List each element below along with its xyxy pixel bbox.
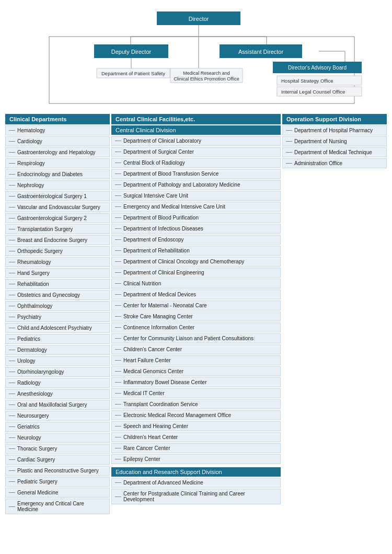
central-dept-item: Department of Clinical Laboratory	[111, 136, 281, 146]
clinical-dept-item: Pediatric Surgery	[5, 477, 110, 487]
clinical-dept-item: Otorhinolaryngology	[5, 367, 110, 377]
clinical-dept-item: Gastroenterological Surgery 1	[5, 191, 110, 201]
clinical-dept-item: Breast and Endocrine Surgery	[5, 235, 110, 245]
central-dept-item: Central Block of Radiology	[111, 158, 281, 168]
edu-item: Center for Postgraduate Clinical Trainin…	[111, 489, 281, 504]
edu-list: Department of Advanced MedicineCenter fo…	[111, 478, 281, 504]
clinical-dept-item: Ophthalmology	[5, 301, 110, 311]
clinical-dept-item: General Medicine	[5, 488, 110, 498]
central-dept-item: Heart Failure Center	[111, 355, 281, 365]
central-dept-item: Department of Infectious Diseases	[111, 224, 281, 234]
clinical-dept-item: Respirology	[5, 158, 110, 168]
clinical-dept-item: Nephrology	[5, 180, 110, 190]
svg-text:Clinical Ethics Promotion Offi: Clinical Ethics Promotion Office	[174, 76, 239, 82]
central-dept-item: Clinical Nutrition	[111, 279, 281, 288]
edu-research-header: Education and Research Support Division	[111, 467, 281, 477]
operation-item: Department of Nursing	[282, 136, 387, 146]
svg-text:Deputy Director: Deputy Director	[111, 49, 152, 55]
central-dept-item: Inflammatory Bowel Disease Center	[111, 377, 281, 387]
clinical-dept-item: Plastic and Reconstructive Surgery	[5, 466, 110, 476]
central-dept-item: Stroke Care Managing Center	[111, 311, 281, 321]
clinical-dept-item: Rheumatology	[5, 257, 110, 267]
clinical-dept-item: Emergency and Critical Care Medicine	[5, 499, 110, 514]
central-division-header: Central Clinical Division	[111, 125, 281, 135]
clinical-dept-item: Cardiology	[5, 136, 110, 146]
clinical-departments-section: Clinical Departments HematologyCardiolog…	[5, 114, 110, 515]
central-facilities-header: Central Clinical Facilities,etc.	[111, 114, 281, 124]
clinical-dept-item: Anesthesiology	[5, 389, 110, 399]
svg-text:Director's Advisory Board: Director's Advisory Board	[288, 65, 347, 71]
clinical-dept-item: Child and Adolescent Psychiatry	[5, 323, 110, 333]
central-dept-item: Department of Endoscopy	[111, 235, 281, 245]
operation-support-section: Operation Support Division Department of…	[282, 114, 387, 169]
clinical-dept-item: Hand Surgery	[5, 268, 110, 278]
central-dept-item: Medical Genomics Center	[111, 366, 281, 376]
clinical-dept-item: Radiology	[5, 378, 110, 388]
clinical-dept-item: Endocrinology and Diabetes	[5, 169, 110, 179]
svg-text:Director: Director	[189, 16, 209, 22]
central-dept-item: Emergency and Medical Intensive Care Uni…	[111, 202, 281, 212]
clinical-dept-item: Neurology	[5, 433, 110, 443]
clinical-dept-item: Psychiatry	[5, 312, 110, 322]
operation-list: Department of Hospital PharmacyDepartmen…	[282, 125, 387, 168]
central-dept-item: Children's Heart Center	[111, 432, 281, 442]
operation-item: Department of Medical Technique	[282, 147, 387, 157]
svg-text:Medical Research and: Medical Research and	[183, 71, 230, 76]
svg-text:Hospital Strategy Office: Hospital Strategy Office	[281, 78, 333, 84]
clinical-dept-item: Rehabilitation	[5, 279, 110, 289]
operation-support-header: Operation Support Division	[282, 114, 387, 124]
svg-text:Internal Legal Counsel Office: Internal Legal Counsel Office	[281, 89, 345, 95]
central-dept-item: Department of Medical Devices	[111, 290, 281, 299]
central-dept-item: Center for Maternal - Neonatal Care	[111, 301, 281, 310]
central-dept-item: Speech and Hearing Center	[111, 421, 281, 431]
clinical-dept-item: Neurosurgery	[5, 411, 110, 421]
central-clinical-section: Central Clinical Facilities,etc. Central…	[111, 114, 281, 505]
svg-text:Assistant Director: Assistant Director	[238, 49, 284, 55]
clinical-dept-item: Hematology	[5, 125, 110, 135]
central-dept-item: Department of Blood Purification	[111, 213, 281, 223]
operation-item: Administration Office	[282, 158, 387, 168]
central-dept-item: Electronic Medical Record Management Off…	[111, 410, 281, 420]
org-chart: Director Deputy Director Assistant Direc…	[5, 5, 387, 515]
clinical-dept-item: Orthopedic Surgery	[5, 246, 110, 256]
clinical-departments-header: Clinical Departments	[5, 114, 110, 124]
clinical-dept-item: Cardiac Surgery	[5, 455, 110, 465]
central-dept-item: Rare Cancer Center	[111, 443, 281, 453]
central-dept-item: Surgical Intensive Care Unit	[111, 191, 281, 201]
clinical-dept-list: HematologyCardiologyGastroenterology and…	[5, 125, 110, 514]
clinical-dept-item: Gastroenterology and Hepatology	[5, 147, 110, 157]
clinical-dept-item: Gastroenterological Surgery 2	[5, 213, 110, 223]
central-dept-item: Children's Cancer Center	[111, 344, 281, 354]
central-dept-item: Department of Rehabilitation	[111, 246, 281, 256]
clinical-dept-item: Urology	[5, 356, 110, 366]
clinical-dept-item: Obstetrics and Gynecology	[5, 290, 110, 300]
central-list: Department of Clinical LaboratoryDepartm…	[111, 136, 281, 464]
clinical-dept-item: Vascular and Endovascular Surgery	[5, 202, 110, 212]
central-dept-item: Center for Community Liaison and Patient…	[111, 333, 281, 343]
clinical-dept-item: Pediatrics	[5, 334, 110, 344]
central-dept-item: Epilepsy Center	[111, 454, 281, 464]
central-dept-item: Department of Pathology and Laboratory M…	[111, 180, 281, 190]
central-dept-item: Department of Clinical Engineering	[111, 268, 281, 278]
central-dept-item: Department of Clinical Oncology and Chem…	[111, 257, 281, 267]
clinical-dept-item: Thoracic Surgery	[5, 444, 110, 454]
central-dept-item: Transplant Coordination Service	[111, 399, 281, 409]
central-dept-item: Continence Information Center	[111, 322, 281, 332]
svg-text:Department of Patient Safety: Department of Patient Safety	[101, 71, 165, 76]
clinical-dept-item: Transplantation Surgery	[5, 224, 110, 234]
top-connectors: Director Deputy Director Assistant Direc…	[5, 5, 392, 110]
clinical-dept-item: Oral and Maxillofacial Surgery	[5, 400, 110, 410]
edu-item: Department of Advanced Medicine	[111, 478, 281, 488]
central-dept-item: Department of Surgical Center	[111, 147, 281, 157]
clinical-dept-item: Dermatology	[5, 345, 110, 355]
central-dept-item: Department of Blood Transfusion Service	[111, 169, 281, 179]
clinical-dept-item: Geriatrics	[5, 422, 110, 432]
central-dept-item: Medical IT Center	[111, 388, 281, 398]
operation-item: Department of Hospital Pharmacy	[282, 125, 387, 135]
